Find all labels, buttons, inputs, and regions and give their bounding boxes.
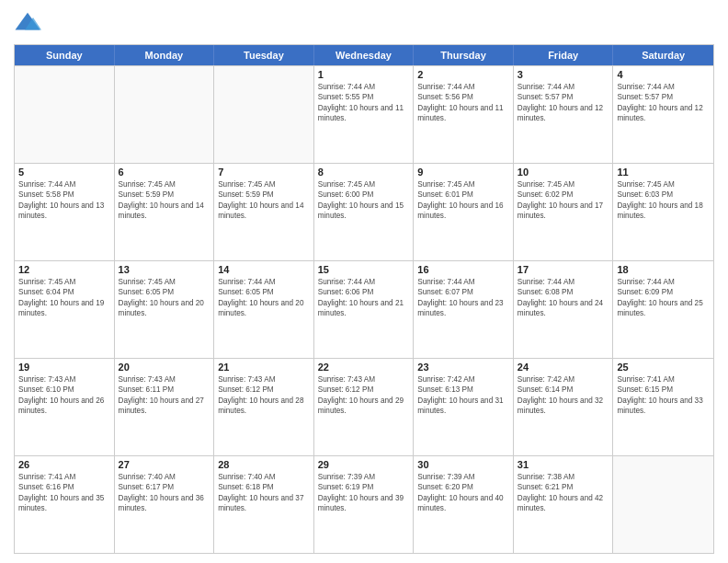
calendar-day-22: 22Sunrise: 7:43 AMSunset: 6:12 PMDayligh… <box>314 359 415 455</box>
weekday-header-thursday: Thursday <box>414 45 514 65</box>
day-number: 31 <box>518 459 609 470</box>
page-header <box>14 9 714 37</box>
day-number: 4 <box>617 69 710 80</box>
calendar-day-27: 27Sunrise: 7:40 AMSunset: 6:17 PMDayligh… <box>115 456 215 553</box>
day-number: 5 <box>18 167 110 178</box>
calendar-day-19: 19Sunrise: 7:43 AMSunset: 6:10 PMDayligh… <box>15 359 115 455</box>
calendar-day-30: 30Sunrise: 7:39 AMSunset: 6:20 PMDayligh… <box>414 456 514 553</box>
day-info: Sunrise: 7:45 AMSunset: 6:05 PMDaylight:… <box>119 277 210 319</box>
day-number: 7 <box>218 167 310 178</box>
day-number: 21 <box>218 362 310 373</box>
day-info: Sunrise: 7:39 AMSunset: 6:20 PMDaylight:… <box>417 472 509 514</box>
day-number: 11 <box>617 167 710 178</box>
day-number: 6 <box>119 167 210 178</box>
calendar-day-2: 2Sunrise: 7:44 AMSunset: 5:56 PMDaylight… <box>414 66 514 163</box>
day-number: 14 <box>218 264 310 275</box>
calendar-day-21: 21Sunrise: 7:43 AMSunset: 6:12 PMDayligh… <box>214 359 314 455</box>
calendar-day-15: 15Sunrise: 7:44 AMSunset: 6:06 PMDayligh… <box>314 261 415 358</box>
logo <box>14 9 45 37</box>
day-number: 30 <box>417 459 509 470</box>
day-number: 28 <box>218 459 310 470</box>
day-info: Sunrise: 7:44 AMSunset: 6:05 PMDaylight:… <box>218 277 310 319</box>
calendar-empty-cell <box>115 66 215 163</box>
day-info: Sunrise: 7:41 AMSunset: 6:16 PMDaylight:… <box>18 472 110 514</box>
day-info: Sunrise: 7:38 AMSunset: 6:21 PMDaylight:… <box>518 472 609 514</box>
weekday-header-sunday: Sunday <box>15 45 115 65</box>
calendar-day-6: 6Sunrise: 7:45 AMSunset: 5:59 PMDaylight… <box>115 164 215 260</box>
day-info: Sunrise: 7:45 AMSunset: 6:04 PMDaylight:… <box>18 277 110 319</box>
day-info: Sunrise: 7:45 AMSunset: 5:59 PMDaylight:… <box>218 179 310 222</box>
day-number: 8 <box>318 167 410 178</box>
calendar-day-24: 24Sunrise: 7:42 AMSunset: 6:14 PMDayligh… <box>514 359 614 455</box>
calendar-body: 1Sunrise: 7:44 AMSunset: 5:55 PMDaylight… <box>15 65 713 553</box>
day-number: 20 <box>119 362 210 373</box>
calendar-day-17: 17Sunrise: 7:44 AMSunset: 6:08 PMDayligh… <box>514 261 614 358</box>
calendar-row: 19Sunrise: 7:43 AMSunset: 6:10 PMDayligh… <box>15 358 713 455</box>
day-number: 24 <box>518 362 609 373</box>
calendar-day-9: 9Sunrise: 7:45 AMSunset: 6:01 PMDaylight… <box>414 164 514 260</box>
day-info: Sunrise: 7:41 AMSunset: 6:15 PMDaylight:… <box>617 374 710 417</box>
calendar-day-16: 16Sunrise: 7:44 AMSunset: 6:07 PMDayligh… <box>414 261 514 358</box>
calendar-day-20: 20Sunrise: 7:43 AMSunset: 6:11 PMDayligh… <box>115 359 215 455</box>
calendar-day-18: 18Sunrise: 7:44 AMSunset: 6:09 PMDayligh… <box>613 261 713 358</box>
calendar-header: SundayMondayTuesdayWednesdayThursdayFrid… <box>15 45 713 65</box>
calendar: SundayMondayTuesdayWednesdayThursdayFrid… <box>14 44 714 554</box>
day-number: 9 <box>417 167 509 178</box>
calendar-day-26: 26Sunrise: 7:41 AMSunset: 6:16 PMDayligh… <box>15 456 115 553</box>
day-number: 23 <box>417 362 509 373</box>
calendar-day-4: 4Sunrise: 7:44 AMSunset: 5:57 PMDaylight… <box>613 66 713 163</box>
day-number: 17 <box>518 264 609 275</box>
day-number: 29 <box>318 459 410 470</box>
day-number: 2 <box>417 69 509 80</box>
day-number: 1 <box>318 69 410 80</box>
day-number: 10 <box>518 167 609 178</box>
day-info: Sunrise: 7:44 AMSunset: 6:07 PMDaylight:… <box>417 277 509 319</box>
day-info: Sunrise: 7:43 AMSunset: 6:12 PMDaylight:… <box>218 374 310 417</box>
calendar-empty-cell <box>214 66 314 163</box>
calendar-empty-cell <box>613 456 713 553</box>
day-number: 18 <box>617 264 710 275</box>
day-info: Sunrise: 7:42 AMSunset: 6:14 PMDaylight:… <box>518 374 609 417</box>
weekday-header-saturday: Saturday <box>613 45 713 65</box>
day-info: Sunrise: 7:44 AMSunset: 5:57 PMDaylight:… <box>617 82 710 124</box>
day-info: Sunrise: 7:45 AMSunset: 6:01 PMDaylight:… <box>417 179 509 222</box>
logo-icon <box>14 9 41 37</box>
calendar-day-28: 28Sunrise: 7:40 AMSunset: 6:18 PMDayligh… <box>214 456 314 553</box>
day-number: 16 <box>417 264 509 275</box>
day-info: Sunrise: 7:42 AMSunset: 6:13 PMDaylight:… <box>417 374 509 417</box>
calendar-row: 1Sunrise: 7:44 AMSunset: 5:55 PMDaylight… <box>15 65 713 163</box>
day-info: Sunrise: 7:44 AMSunset: 5:56 PMDaylight:… <box>417 82 509 124</box>
calendar-day-13: 13Sunrise: 7:45 AMSunset: 6:05 PMDayligh… <box>115 261 215 358</box>
day-info: Sunrise: 7:44 AMSunset: 5:55 PMDaylight:… <box>318 82 410 124</box>
calendar-day-7: 7Sunrise: 7:45 AMSunset: 5:59 PMDaylight… <box>214 164 314 260</box>
day-info: Sunrise: 7:45 AMSunset: 6:03 PMDaylight:… <box>617 179 710 222</box>
day-info: Sunrise: 7:43 AMSunset: 6:10 PMDaylight:… <box>18 374 110 417</box>
day-info: Sunrise: 7:40 AMSunset: 6:18 PMDaylight:… <box>218 472 310 514</box>
calendar-day-25: 25Sunrise: 7:41 AMSunset: 6:15 PMDayligh… <box>613 359 713 455</box>
day-number: 13 <box>119 264 210 275</box>
day-info: Sunrise: 7:43 AMSunset: 6:12 PMDaylight:… <box>318 374 410 417</box>
weekday-header-wednesday: Wednesday <box>314 45 415 65</box>
calendar-row: 26Sunrise: 7:41 AMSunset: 6:16 PMDayligh… <box>15 455 713 553</box>
calendar-day-23: 23Sunrise: 7:42 AMSunset: 6:13 PMDayligh… <box>414 359 514 455</box>
calendar-day-10: 10Sunrise: 7:45 AMSunset: 6:02 PMDayligh… <box>514 164 614 260</box>
day-info: Sunrise: 7:45 AMSunset: 6:00 PMDaylight:… <box>318 179 410 222</box>
day-info: Sunrise: 7:44 AMSunset: 5:58 PMDaylight:… <box>18 179 110 222</box>
calendar-day-1: 1Sunrise: 7:44 AMSunset: 5:55 PMDaylight… <box>314 66 415 163</box>
day-info: Sunrise: 7:43 AMSunset: 6:11 PMDaylight:… <box>119 374 210 417</box>
day-info: Sunrise: 7:44 AMSunset: 6:08 PMDaylight:… <box>518 277 609 319</box>
calendar-day-31: 31Sunrise: 7:38 AMSunset: 6:21 PMDayligh… <box>514 456 614 553</box>
weekday-header-tuesday: Tuesday <box>214 45 314 65</box>
day-number: 27 <box>119 459 210 470</box>
calendar-day-3: 3Sunrise: 7:44 AMSunset: 5:57 PMDaylight… <box>514 66 614 163</box>
day-info: Sunrise: 7:45 AMSunset: 5:59 PMDaylight:… <box>119 179 210 222</box>
day-number: 3 <box>518 69 609 80</box>
day-info: Sunrise: 7:40 AMSunset: 6:17 PMDaylight:… <box>119 472 210 514</box>
calendar-day-11: 11Sunrise: 7:45 AMSunset: 6:03 PMDayligh… <box>613 164 713 260</box>
day-number: 25 <box>617 362 710 373</box>
day-info: Sunrise: 7:44 AMSunset: 5:57 PMDaylight:… <box>518 82 609 124</box>
calendar-row: 12Sunrise: 7:45 AMSunset: 6:04 PMDayligh… <box>15 260 713 358</box>
day-info: Sunrise: 7:39 AMSunset: 6:19 PMDaylight:… <box>318 472 410 514</box>
calendar-day-29: 29Sunrise: 7:39 AMSunset: 6:19 PMDayligh… <box>314 456 415 553</box>
day-number: 15 <box>318 264 410 275</box>
